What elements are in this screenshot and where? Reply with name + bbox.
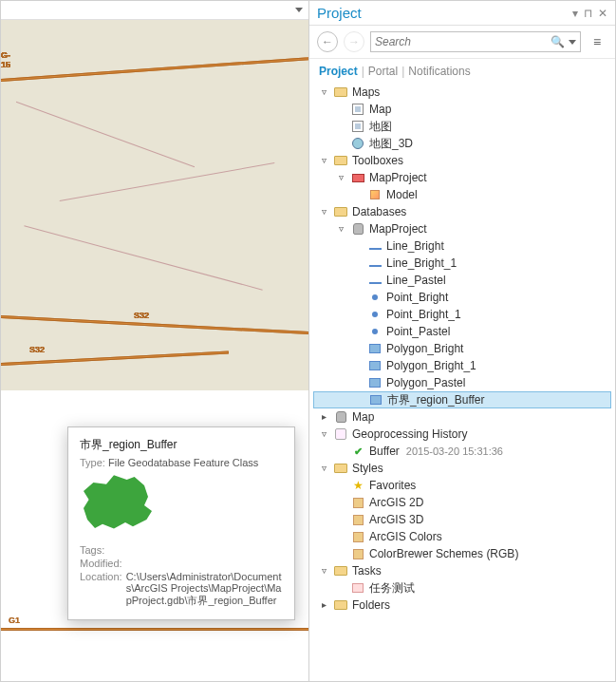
tab-project[interactable]: Project [319, 65, 358, 78]
popup-thumbnail [80, 474, 165, 539]
pin-icon[interactable]: ⊓ [584, 7, 592, 20]
tree-map-item[interactable]: ▿Map [313, 101, 611, 118]
panel-title: Project [317, 5, 362, 21]
feature-popup: 市界_region_Buffer Type: File Geodatabase … [67, 426, 295, 620]
search-dropdown-icon[interactable] [569, 40, 576, 45]
tree-history-buffer[interactable]: ▿✔Buffer2015-03-20 15:31:36 [313, 443, 611, 460]
tree-fc-line[interactable]: ▿Line_Bright_1 [313, 255, 611, 272]
tree-fc-point[interactable]: ▿Point_Bright_1 [313, 306, 611, 323]
project-tree[interactable]: ▿Maps ▿Map ▿地图 ▿地图_3D ▿Toolboxes ▿MapPro… [309, 82, 615, 681]
popup-location-value: C:\Users\Administrator\Documents\ArcGIS … [126, 571, 283, 608]
tree-toolbox-project[interactable]: ▿MapProject [313, 169, 611, 186]
star-icon: ★ [350, 479, 365, 492]
popup-type-value: File Geodatabase Feature Class [108, 457, 258, 468]
popup-tags-label: Tags: [80, 544, 104, 556]
tree-fc-point[interactable]: ▿Point_Bright [313, 289, 611, 306]
tree-style-favorites[interactable]: ▿★Favorites [313, 477, 611, 494]
tree-fc-polygon[interactable]: ▿Polygon_Bright [313, 340, 611, 357]
road-g15 [1, 55, 309, 82]
tree-task-item[interactable]: ▿任务测试 [313, 579, 611, 597]
tree-styles[interactable]: ▿Styles [313, 460, 611, 477]
tree-toolboxes[interactable]: ▿Toolboxes [313, 152, 611, 169]
search-box[interactable]: 🔍 [370, 31, 581, 52]
tree-folders[interactable]: ▸Folders [313, 597, 611, 614]
project-panel: Project ▾ ⊓ ✕ ← → 🔍 ≡ Project | Portal |… [309, 1, 615, 681]
tree-fc-point[interactable]: ▿Point_Pastel [313, 323, 611, 340]
popup-title: 市界_region_Buffer [80, 437, 283, 453]
close-icon[interactable]: ✕ [598, 7, 607, 20]
tree-style-item[interactable]: ▿ArcGIS Colors [313, 528, 611, 545]
map-options-dropdown[interactable] [295, 8, 303, 12]
map-viewer[interactable]: G-15 G-15 G-15 G-15 G-15 G-15 G-15 G-15 … [1, 1, 309, 681]
autohide-pin-icon[interactable]: ▾ [572, 7, 578, 20]
tree-fc-polygon[interactable]: ▿Polygon_Pastel [313, 374, 611, 391]
tree-model[interactable]: ▿Model [313, 186, 611, 203]
road-s32-1 [1, 315, 309, 336]
tree-style-item[interactable]: ▿ArcGIS 3D [313, 511, 611, 528]
tree-map-item[interactable]: ▿地图_3D [313, 135, 611, 152]
search-input[interactable] [375, 35, 551, 48]
tree-fc-line[interactable]: ▿Line_Bright [313, 237, 611, 255]
popup-location-label: Location: [80, 571, 122, 608]
popup-modified-label: Modified: [80, 558, 122, 569]
forward-button[interactable]: → [344, 31, 364, 52]
tree-geoprocessing-history[interactable]: ▿Geoprocessing History [313, 426, 611, 443]
success-check-icon: ✔ [350, 445, 365, 458]
tree-maps[interactable]: ▿Maps [313, 84, 611, 101]
tree-db-project[interactable]: ▿MapProject [313, 220, 611, 237]
tree-map-item[interactable]: ▿地图 [313, 118, 611, 135]
tree-tasks[interactable]: ▿Tasks [313, 562, 611, 579]
tree-fc-line[interactable]: ▿Line_Pastel [313, 272, 611, 289]
tree-map-section[interactable]: ▸Map [313, 408, 611, 426]
tree-style-item[interactable]: ▿ColorBrewer Schemes (RGB) [313, 545, 611, 562]
tree-fc-polygon[interactable]: ▿Polygon_Bright_1 [313, 357, 611, 374]
back-button[interactable]: ← [317, 31, 338, 52]
tree-fc-region-buffer[interactable]: ▿市界_region_Buffer [313, 391, 611, 408]
tab-notifications[interactable]: Notifications [408, 65, 470, 78]
tree-style-item[interactable]: ▿ArcGIS 2D [313, 494, 611, 511]
tab-portal[interactable]: Portal [368, 65, 398, 78]
hamburger-icon[interactable]: ≡ [587, 34, 607, 49]
road-g1 [1, 628, 309, 631]
map-top-bar [1, 1, 308, 20]
tree-databases[interactable]: ▿Databases [313, 203, 611, 220]
search-icon[interactable]: 🔍 [551, 35, 565, 48]
popup-type-label: Type: [80, 457, 105, 468]
